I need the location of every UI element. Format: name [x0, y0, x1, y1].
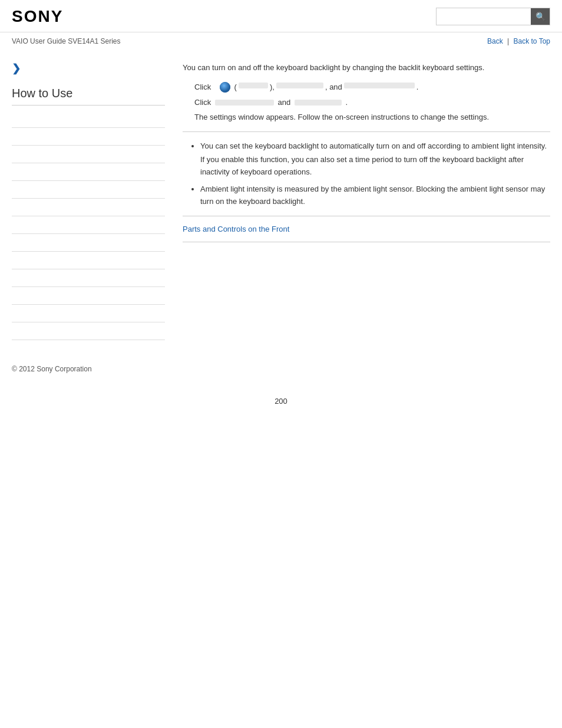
step2-label: Click [194, 98, 211, 107]
search-button[interactable]: 🔍 [531, 8, 550, 25]
back-link[interactable]: Back [487, 37, 503, 45]
list-item [12, 253, 165, 269]
divider-2 [183, 216, 550, 216]
step-settings: The settings window appears. Follow the … [183, 111, 550, 124]
sidebar-section-title: How to Use [12, 87, 165, 106]
list-item [12, 147, 165, 163]
step1-placeholder-2 [276, 83, 323, 88]
guide-title: VAIO User Guide SVE14A1 Series [12, 37, 121, 45]
step-1-row: Click ( ), , and . [183, 83, 550, 93]
list-item: You can set the keyboard backlight to au… [200, 140, 550, 178]
parts-and-controls-link[interactable]: Parts and Controls on the Front [183, 225, 289, 233]
step2-placeholder-1 [215, 100, 274, 106]
step1-placeholder-3 [344, 83, 415, 88]
list-item [12, 200, 165, 216]
step1-paren-open: ( [232, 83, 237, 91]
list-item [12, 182, 165, 199]
list-item [12, 111, 165, 128]
copyright-text: © 2012 Sony Corporation [12, 365, 92, 373]
bullet-2-main: Ambient light intensity is measured by t… [200, 185, 545, 206]
step1-comma: ), [270, 83, 275, 91]
start-button-icon [218, 83, 232, 93]
list-item [12, 129, 165, 146]
sidebar-arrow[interactable]: ❯ [12, 62, 165, 75]
search-box: 🔍 [436, 8, 550, 25]
list-item: Ambient light intensity is measured by t… [200, 183, 550, 208]
content-area: You can turn on and off the keyboard bac… [177, 56, 550, 341]
step1-period: . [416, 83, 419, 91]
step2-period: . [345, 98, 348, 107]
step2-and: and [277, 98, 290, 107]
nav-separator: | [507, 37, 509, 45]
nav-links: Back | Back to Top [487, 37, 550, 45]
windows-icon [220, 82, 230, 93]
step1-and: , and [325, 83, 342, 91]
page-number: 200 [0, 385, 562, 411]
sony-logo: SONY [12, 7, 63, 26]
list-item [12, 164, 165, 181]
list-item [12, 288, 165, 305]
divider-1 [183, 131, 550, 132]
step2-placeholder-2 [295, 100, 342, 106]
list-item [12, 218, 165, 234]
list-item [12, 235, 165, 252]
divider-3 [183, 242, 550, 242]
bullet-1-sub: If you enable this function, you can als… [200, 154, 550, 179]
bullet-1-main: You can set the keyboard backlight to au… [200, 141, 547, 150]
step1-label: Click [194, 83, 218, 91]
main-container: ❯ How to Use You can turn on and off the… [0, 50, 562, 353]
footer: © 2012 Sony Corporation [0, 353, 562, 385]
list-item [12, 271, 165, 287]
list-item [12, 324, 165, 340]
nav-bar: VAIO User Guide SVE14A1 Series Back | Ba… [0, 32, 562, 50]
sidebar: ❯ How to Use [12, 56, 177, 341]
list-item [12, 306, 165, 322]
search-input[interactable] [437, 8, 531, 25]
page-header: SONY 🔍 [0, 0, 562, 32]
step-2-row: Click and . [183, 97, 550, 109]
back-to-top-link[interactable]: Back to Top [514, 37, 550, 45]
search-icon: 🔍 [535, 12, 546, 21]
bullet-list: You can set the keyboard backlight to au… [183, 140, 550, 207]
content-intro: You can turn on and off the keyboard bac… [183, 62, 550, 74]
step1-placeholder-1 [239, 83, 268, 88]
